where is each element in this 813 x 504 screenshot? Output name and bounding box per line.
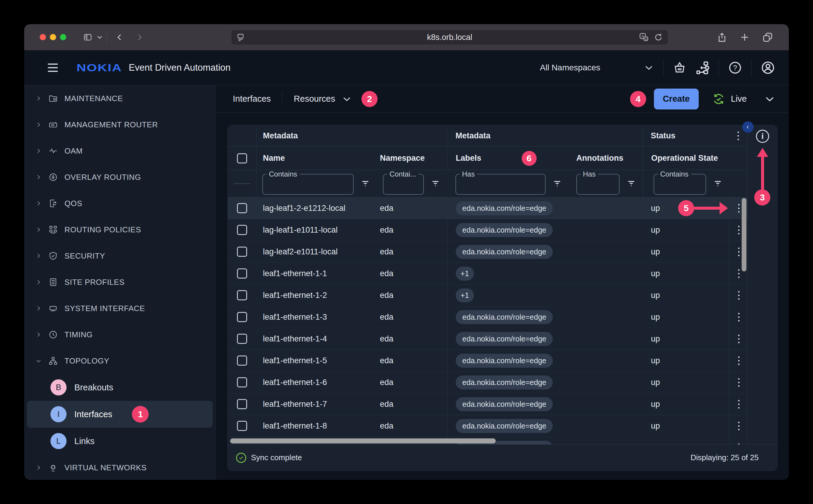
url-bar[interactable]: k8s.orb.local Aa [231, 30, 668, 45]
url-text[interactable]: k8s.orb.local [231, 33, 668, 42]
row-kebab-icon[interactable] [738, 356, 740, 365]
row-kebab-icon[interactable] [738, 422, 740, 430]
name-filter-input[interactable]: Contains [262, 174, 354, 195]
annotation-arrow-3 [761, 156, 764, 190]
row-kebab-icon[interactable] [738, 226, 740, 234]
store-basket-icon[interactable] [673, 61, 687, 75]
filter-funnel-icon[interactable] [553, 179, 562, 188]
zoom-window-button[interactable] [60, 34, 66, 40]
namespace-filter-input[interactable]: Contai... [383, 174, 424, 195]
user-account-icon[interactable] [761, 60, 775, 75]
sidebar-item-routing-policies[interactable]: ROUTING POLICIES [24, 217, 216, 243]
row-checkbox[interactable] [237, 247, 247, 257]
sidebar-item-overlay-routing[interactable]: OVERLAY ROUTING [24, 164, 216, 190]
row-checkbox[interactable] [237, 421, 247, 431]
labels-filter-input[interactable]: Has [455, 174, 545, 195]
select-all-checkbox[interactable] [237, 153, 247, 163]
row-kebab-icon[interactable] [738, 248, 740, 256]
row-labels-cell: eda.nokia.com/role=edge [447, 393, 569, 415]
sidebar-item-virtual-networks[interactable]: VIRTUAL NETWORKS [24, 454, 216, 480]
row-labels-cell: eda.nokia.com/role=edge [447, 328, 569, 350]
transaction-flow-icon[interactable] [696, 61, 710, 75]
sidebar-item-breakouts[interactable]: B Breakouts [24, 374, 216, 401]
info-icon[interactable]: i [756, 130, 769, 143]
minimize-window-button[interactable] [50, 34, 56, 40]
share-icon[interactable] [717, 31, 727, 43]
filter-funnel-icon[interactable] [713, 179, 722, 188]
table-row[interactable]: leaf1-ethernet-1-1 eda +1 up [228, 263, 747, 285]
table-row[interactable]: lag-leaf1-2-e1212-local eda eda.nokia.co… [228, 197, 747, 219]
collapse-panel-button[interactable] [742, 121, 754, 133]
row-kebab-icon[interactable] [738, 313, 740, 321]
sidebar-item-qos[interactable]: QOS [24, 190, 216, 217]
row-checkbox[interactable] [237, 334, 247, 344]
tab-overview-icon[interactable] [762, 32, 773, 43]
live-toggle[interactable]: Live [712, 92, 747, 106]
hamburger-menu-icon[interactable] [48, 64, 58, 72]
table-row[interactable]: leaf1-ethernet-1-4 eda eda.nokia.com/rol… [228, 328, 747, 350]
sidebar-item-topology[interactable]: TOPOLOGY [24, 348, 216, 374]
filter-funnel-icon[interactable] [431, 179, 440, 188]
resource-selector[interactable]: Resources [294, 94, 351, 104]
row-checkbox[interactable] [237, 399, 247, 409]
create-button[interactable]: Create [654, 89, 699, 109]
live-label: Live [731, 94, 747, 104]
row-checkbox[interactable] [237, 268, 247, 279]
table-row[interactable]: leaf1-ethernet-1-2 eda +1 up [228, 285, 747, 306]
chevron-down-icon[interactable] [765, 96, 774, 102]
row-kebab-icon[interactable] [738, 400, 740, 409]
sidebar-item-site-profiles[interactable]: SITE PROFILES [24, 269, 216, 295]
table-row[interactable]: lag-leaf1-e1011-local eda eda.nokia.com/… [228, 219, 747, 241]
row-select-cell [228, 241, 256, 262]
table-options-kebab-icon[interactable] [738, 132, 739, 140]
horizontal-scrollbar-thumb[interactable] [230, 438, 496, 443]
filter-cell-labels: Has [447, 170, 569, 197]
row-checkbox[interactable] [237, 355, 247, 366]
help-icon[interactable]: ? [728, 61, 742, 75]
row-kebab-icon[interactable] [738, 291, 740, 300]
table-row[interactable]: lag-leaf2-e1011-local eda eda.nokia.com/… [228, 241, 747, 263]
row-checkbox[interactable] [237, 203, 247, 213]
row-kebab-icon[interactable] [738, 269, 740, 278]
namespace-selector[interactable]: All Namespaces [532, 63, 661, 72]
row-checkbox[interactable] [237, 290, 247, 300]
new-tab-icon[interactable] [739, 32, 750, 43]
table-row[interactable]: leaf1-ethernet-1-5 eda eda.nokia.com/rol… [228, 350, 747, 372]
sidebar-item-timing[interactable]: TIMING [24, 321, 216, 348]
tab-group-chevron-icon[interactable] [97, 35, 102, 39]
table-row[interactable]: leaf1-ethernet-1-7 eda eda.nokia.com/rol… [228, 393, 747, 415]
reload-icon[interactable] [654, 33, 663, 42]
sidebar-item-maintenance[interactable]: MAINTENANCE [24, 85, 216, 112]
filter-funnel-icon[interactable] [627, 179, 636, 188]
row-checkbox[interactable] [237, 312, 247, 322]
row-kebab-icon[interactable] [738, 443, 740, 444]
filter-funnel-icon[interactable] [361, 179, 370, 188]
sidebar-item-oam[interactable]: OAM [24, 138, 216, 164]
table-row[interactable]: leaf1-ethernet-1-6 eda eda.nokia.com/rol… [228, 372, 747, 393]
row-checkbox[interactable] [237, 225, 247, 235]
sidebar-item-management-router[interactable]: MANAGEMENT ROUTER [24, 112, 216, 138]
forward-button[interactable] [135, 32, 144, 42]
row-kebab-icon[interactable] [738, 204, 740, 213]
table-row[interactable]: leaf1-ethernet-1-8 eda eda.nokia.com/rol… [228, 415, 747, 437]
row-kebab-icon[interactable] [738, 335, 740, 343]
table-row[interactable]: leaf1-ethernet-1-3 eda eda.nokia.com/rol… [228, 306, 747, 328]
back-button[interactable] [115, 32, 124, 42]
close-window-button[interactable] [40, 34, 46, 40]
row-checkbox[interactable] [237, 377, 247, 387]
vertical-scrollbar-thumb[interactable] [742, 198, 746, 271]
row-kebab-icon[interactable] [738, 378, 740, 387]
sidebar-item-security[interactable]: SECURITY [24, 243, 216, 269]
chevron-right-icon [35, 253, 42, 259]
translate-icon[interactable]: Aa [639, 32, 649, 42]
sidebar-item-interfaces[interactable]: I Interfaces 1 [27, 401, 213, 428]
sidebar-toggle-icon[interactable] [83, 33, 93, 42]
row-annotations-cell [569, 393, 643, 415]
sidebar-item-system-interface[interactable]: SYSTEM INTERFACE [24, 295, 216, 321]
operational-state-filter-input[interactable]: Contains [654, 174, 706, 195]
chevron-right-icon [35, 279, 42, 285]
sidebar-item-links[interactable]: L Links [24, 428, 216, 454]
row-annotations-cell [569, 219, 643, 241]
annotations-filter-input[interactable]: Has [576, 174, 620, 195]
sidebar-item-label: QOS [64, 199, 82, 208]
